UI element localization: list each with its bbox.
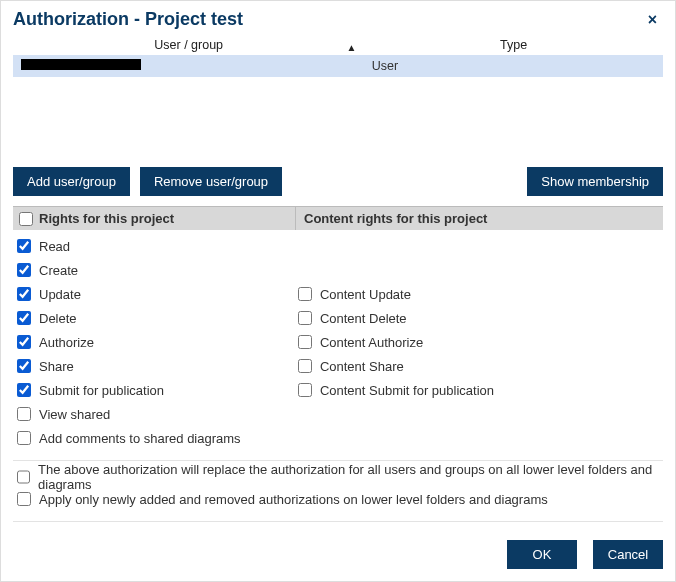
- content-spacer: [298, 262, 663, 278]
- user-actions-row: Add user/group Remove user/group Show me…: [13, 167, 663, 196]
- right-authorize-checkbox[interactable]: [17, 335, 31, 349]
- content-right-share-checkbox[interactable]: [298, 359, 312, 373]
- right-authorize[interactable]: Authorize: [17, 334, 298, 350]
- content-right-update-checkbox[interactable]: [298, 287, 312, 301]
- col-header-user-label: User / group: [154, 38, 223, 52]
- content-right-delete-checkbox[interactable]: [298, 311, 312, 325]
- rights-header-label: Rights for this project: [39, 211, 174, 226]
- user-grid-body: User: [13, 55, 663, 161]
- right-update[interactable]: Update: [17, 286, 298, 302]
- col-header-type[interactable]: Type: [364, 38, 663, 52]
- sort-icon: ▲: [346, 42, 356, 53]
- dialog-header: Authorization - Project test ×: [13, 9, 663, 30]
- right-add-comments-label: Add comments to shared diagrams: [39, 431, 241, 446]
- content-right-update-label: Content Update: [320, 287, 411, 302]
- right-add-comments[interactable]: Add comments to shared diagrams: [17, 430, 298, 446]
- right-delete[interactable]: Delete: [17, 310, 298, 326]
- apply-options: The above authorization will replace the…: [13, 469, 663, 507]
- divider: [13, 521, 663, 522]
- content-spacer: [298, 238, 663, 254]
- add-user-button[interactable]: Add user/group: [13, 167, 130, 196]
- authorization-dialog: Authorization - Project test × User / gr…: [0, 0, 676, 582]
- right-create[interactable]: Create: [17, 262, 298, 278]
- right-read[interactable]: Read: [17, 238, 298, 254]
- rights-section-headers: Rights for this project Content rights f…: [13, 206, 663, 230]
- redacted-user-name: [21, 59, 141, 70]
- show-membership-button[interactable]: Show membership: [527, 167, 663, 196]
- ok-button[interactable]: OK: [507, 540, 577, 569]
- right-view-shared-checkbox[interactable]: [17, 407, 31, 421]
- rights-grid: Read Create Update Delete Authorize Shar…: [13, 238, 663, 446]
- close-icon[interactable]: ×: [642, 11, 663, 29]
- col-header-type-label: Type: [500, 38, 527, 52]
- option-apply-new[interactable]: Apply only newly added and removed autho…: [17, 491, 663, 507]
- content-right-submit-checkbox[interactable]: [298, 383, 312, 397]
- remove-user-button[interactable]: Remove user/group: [140, 167, 282, 196]
- rights-header: Rights for this project: [13, 207, 296, 230]
- content-rights-header-label: Content rights for this project: [304, 211, 487, 226]
- content-right-delete-label: Content Delete: [320, 311, 407, 326]
- option-replace-all-checkbox[interactable]: [17, 470, 30, 484]
- right-delete-label: Delete: [39, 311, 77, 326]
- content-right-authorize-checkbox[interactable]: [298, 335, 312, 349]
- divider: [13, 460, 663, 461]
- right-create-label: Create: [39, 263, 78, 278]
- content-right-submit-label: Content Submit for publication: [320, 383, 494, 398]
- right-read-checkbox[interactable]: [17, 239, 31, 253]
- dialog-footer: OK Cancel: [13, 530, 663, 569]
- table-row[interactable]: User: [13, 55, 663, 77]
- right-view-shared[interactable]: View shared: [17, 406, 298, 422]
- content-right-authorize-label: Content Authorize: [320, 335, 423, 350]
- right-submit-checkbox[interactable]: [17, 383, 31, 397]
- content-right-submit[interactable]: Content Submit for publication: [298, 382, 663, 398]
- right-share[interactable]: Share: [17, 358, 298, 374]
- right-submit-label: Submit for publication: [39, 383, 164, 398]
- content-right-share-label: Content Share: [320, 359, 404, 374]
- option-replace-all-label: The above authorization will replace the…: [38, 462, 663, 492]
- content-right-delete[interactable]: Content Delete: [298, 310, 663, 326]
- cell-type: User: [364, 59, 663, 73]
- right-share-checkbox[interactable]: [17, 359, 31, 373]
- right-view-shared-label: View shared: [39, 407, 110, 422]
- content-rights-header: Content rights for this project: [296, 207, 663, 230]
- right-submit[interactable]: Submit for publication: [17, 382, 298, 398]
- right-read-label: Read: [39, 239, 70, 254]
- content-right-authorize[interactable]: Content Authorize: [298, 334, 663, 350]
- right-add-comments-checkbox[interactable]: [17, 431, 31, 445]
- right-create-checkbox[interactable]: [17, 263, 31, 277]
- cancel-button[interactable]: Cancel: [593, 540, 663, 569]
- cell-user: [13, 59, 364, 73]
- right-delete-checkbox[interactable]: [17, 311, 31, 325]
- content-right-update[interactable]: Content Update: [298, 286, 663, 302]
- col-header-user[interactable]: User / group ▲: [13, 38, 364, 52]
- user-grid-header: User / group ▲ Type: [13, 36, 663, 55]
- option-apply-new-checkbox[interactable]: [17, 492, 31, 506]
- content-rights-column: Content Update Content Delete Content Au…: [298, 238, 663, 446]
- right-update-checkbox[interactable]: [17, 287, 31, 301]
- rights-column: Read Create Update Delete Authorize Shar…: [13, 238, 298, 446]
- right-authorize-label: Authorize: [39, 335, 94, 350]
- option-apply-new-label: Apply only newly added and removed autho…: [39, 492, 548, 507]
- dialog-title: Authorization - Project test: [13, 9, 243, 30]
- rights-master-checkbox[interactable]: [19, 212, 33, 226]
- option-replace-all[interactable]: The above authorization will replace the…: [17, 469, 663, 485]
- content-right-share[interactable]: Content Share: [298, 358, 663, 374]
- right-share-label: Share: [39, 359, 74, 374]
- right-update-label: Update: [39, 287, 81, 302]
